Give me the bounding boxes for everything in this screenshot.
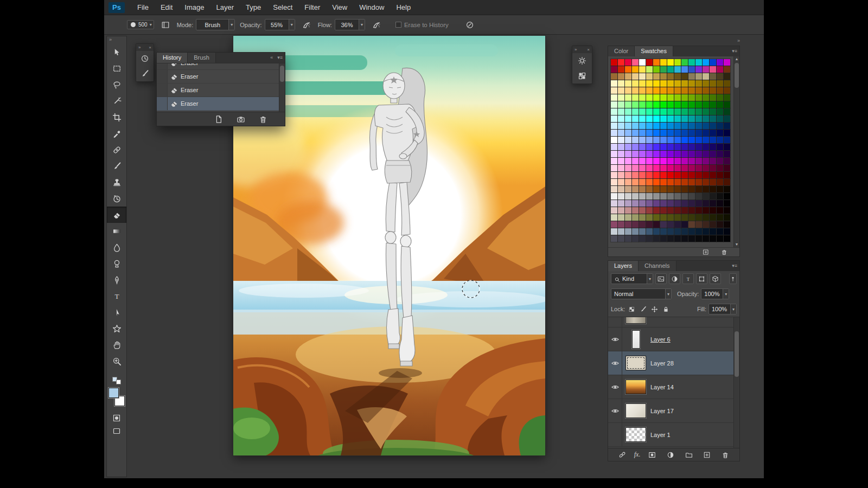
swatch[interactable] <box>660 214 667 221</box>
swatch[interactable] <box>688 80 695 87</box>
swatch[interactable] <box>618 151 624 157</box>
filter-kind-dropdown[interactable]: Kind ▾ <box>611 273 653 284</box>
swatch[interactable] <box>703 123 709 129</box>
layer-name[interactable]: Layer 17 <box>649 408 674 414</box>
swatch[interactable] <box>674 207 681 214</box>
swatch[interactable] <box>667 101 674 108</box>
swatch[interactable] <box>625 151 631 157</box>
swatch[interactable] <box>667 87 674 94</box>
swatch[interactable] <box>688 108 695 115</box>
swatch[interactable] <box>653 144 660 150</box>
swatch[interactable] <box>611 73 617 80</box>
swatch[interactable] <box>695 158 702 164</box>
swatch[interactable] <box>681 59 688 66</box>
swatch[interactable] <box>681 73 688 80</box>
swatch[interactable] <box>681 151 688 157</box>
layer-thumbnail[interactable] <box>622 317 649 324</box>
swatch[interactable] <box>632 151 639 157</box>
tab-color[interactable]: Color <box>608 46 635 56</box>
swatch[interactable] <box>703 73 709 80</box>
link-layers-button[interactable] <box>616 448 629 461</box>
lock-transparency-button[interactable] <box>627 305 636 314</box>
swatch[interactable] <box>688 193 695 200</box>
swatch[interactable] <box>710 193 716 200</box>
swatch[interactable] <box>703 165 709 171</box>
swatch[interactable] <box>625 158 631 164</box>
history-state-row[interactable]: Eraser <box>157 97 279 111</box>
swatch[interactable] <box>632 73 639 80</box>
swatch[interactable] <box>688 228 695 235</box>
swatch[interactable] <box>717 200 723 207</box>
swatch[interactable] <box>639 179 646 185</box>
swatch[interactable] <box>674 151 681 157</box>
swatch[interactable] <box>703 94 709 101</box>
swatch[interactable] <box>611 158 617 164</box>
swatch[interactable] <box>611 165 617 171</box>
swatch[interactable] <box>667 207 674 214</box>
swatch[interactable] <box>710 207 716 214</box>
delete-state-button[interactable] <box>257 113 270 126</box>
history-brush-source-well[interactable] <box>157 97 168 110</box>
swatch[interactable] <box>632 235 639 242</box>
swatch[interactable] <box>667 221 674 228</box>
blur-tool[interactable] <box>107 239 126 255</box>
swatch[interactable] <box>632 179 639 185</box>
swatch[interactable] <box>695 193 702 200</box>
swatch[interactable] <box>660 228 667 235</box>
swatch[interactable] <box>717 73 723 80</box>
filter-shape-layers-button[interactable] <box>696 273 707 284</box>
swatch[interactable] <box>625 115 631 122</box>
swatch[interactable] <box>674 123 681 129</box>
gradient-tool[interactable] <box>107 223 126 239</box>
swatch[interactable] <box>611 87 617 94</box>
layer-thumbnail[interactable] <box>622 356 649 370</box>
swatch[interactable] <box>667 193 674 200</box>
swatch[interactable] <box>724 115 730 122</box>
swatch[interactable] <box>724 108 730 115</box>
swatch[interactable] <box>724 151 730 157</box>
swatch[interactable] <box>695 186 702 192</box>
swatch[interactable] <box>625 73 631 80</box>
swatch[interactable] <box>632 200 639 207</box>
layer-name[interactable]: Layer 14 <box>649 384 674 390</box>
layer-row[interactable]: Layer 17 <box>608 399 733 423</box>
tab-layers[interactable]: Layers <box>608 261 639 271</box>
scroll-up-icon[interactable]: ▲ <box>734 56 739 62</box>
swatch[interactable] <box>639 214 646 221</box>
swatch[interactable] <box>674 66 681 73</box>
new-document-from-state-button[interactable] <box>212 113 225 126</box>
history-brush-tool[interactable] <box>107 190 126 207</box>
swatch[interactable] <box>618 144 624 150</box>
swatch[interactable] <box>639 228 646 235</box>
layer-thumbnail[interactable] <box>622 330 649 349</box>
swatch[interactable] <box>695 137 702 143</box>
swatch[interactable] <box>639 193 646 200</box>
swatch[interactable] <box>688 101 695 108</box>
filter-smart-objects-button[interactable] <box>710 273 721 284</box>
swatch[interactable] <box>710 94 716 101</box>
swatch[interactable] <box>618 172 624 178</box>
swatch[interactable] <box>703 80 709 87</box>
filter-adjustment-layers-button[interactable] <box>669 273 680 284</box>
swatch[interactable] <box>646 221 653 228</box>
swatch[interactable] <box>695 235 702 242</box>
swatch[interactable] <box>717 94 723 101</box>
filter-toggle-button[interactable] <box>729 273 737 284</box>
swatch[interactable] <box>724 200 730 207</box>
swatch[interactable] <box>660 179 667 185</box>
swatch[interactable] <box>653 193 660 200</box>
swatch[interactable] <box>724 193 730 200</box>
swatch[interactable] <box>724 158 730 164</box>
swatch[interactable] <box>695 123 702 129</box>
swatch[interactable] <box>646 108 653 115</box>
swatch[interactable] <box>688 73 695 80</box>
swatch[interactable] <box>660 108 667 115</box>
history-panel-icon-button[interactable] <box>136 51 154 66</box>
swatch[interactable] <box>710 73 716 80</box>
swatch[interactable] <box>611 115 617 122</box>
swatch[interactable] <box>688 115 695 122</box>
swatch[interactable] <box>710 144 716 150</box>
swatch[interactable] <box>618 137 624 143</box>
swatch[interactable] <box>625 193 631 200</box>
swatch[interactable] <box>667 228 674 235</box>
